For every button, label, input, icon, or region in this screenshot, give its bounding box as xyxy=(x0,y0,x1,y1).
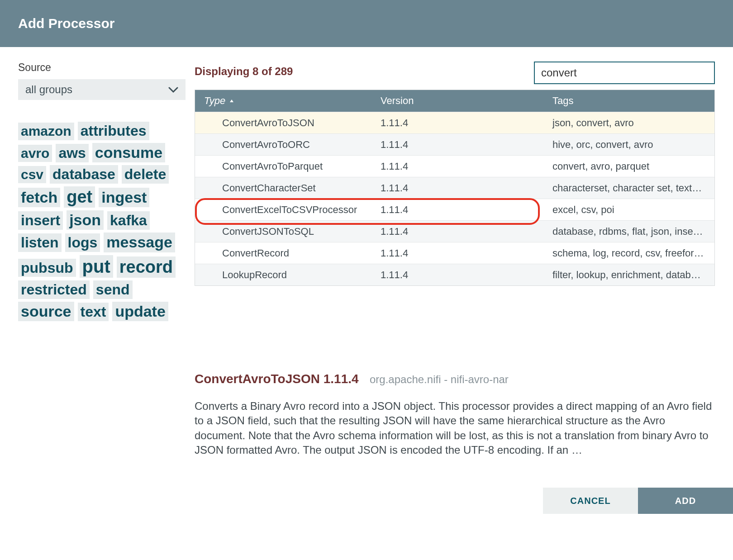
table-row[interactable]: ConvertJSONToSQL1.11.4database, rdbms, f… xyxy=(195,220,714,242)
tag-avro[interactable]: avro xyxy=(18,145,52,162)
tag-aws[interactable]: aws xyxy=(56,144,88,162)
detail-title: ConvertAvroToJSON 1.11.4 xyxy=(195,372,359,386)
table-header: Type Version Tags xyxy=(195,90,714,112)
tag-amazon[interactable]: amazon xyxy=(18,123,74,140)
cell-tags: convert, avro, parquet xyxy=(543,161,714,172)
cell-version: 1.11.4 xyxy=(371,182,543,194)
table-row[interactable]: ConvertCharacterSet1.11.4characterset, c… xyxy=(195,177,714,199)
cell-type: LookupRecord xyxy=(195,269,371,281)
tag-fetch[interactable]: fetch xyxy=(18,188,60,207)
tag-logs[interactable]: logs xyxy=(65,233,100,252)
tag-put[interactable]: put xyxy=(80,255,113,278)
tag-send[interactable]: send xyxy=(93,280,133,299)
tag-listen[interactable]: listen xyxy=(18,233,62,252)
cell-type: ConvertExcelToCSVProcessor xyxy=(195,204,371,216)
cell-tags: filter, lookup, enrichment, datab… xyxy=(543,269,714,281)
table-row[interactable]: ConvertAvroToParquet1.11.4convert, avro,… xyxy=(195,155,714,177)
column-header-type[interactable]: Type xyxy=(195,95,371,107)
tag-record[interactable]: record xyxy=(117,256,176,278)
dialog-footer: CANCEL ADD xyxy=(543,488,733,515)
cell-tags: database, rdbms, flat, json, inse… xyxy=(543,226,714,237)
tag-json[interactable]: json xyxy=(67,210,104,230)
sort-asc-icon xyxy=(229,95,234,107)
source-selected-value: all groups xyxy=(25,83,72,96)
cell-version: 1.11.4 xyxy=(371,139,543,151)
tag-attributes[interactable]: attributes xyxy=(78,122,149,140)
table-row[interactable]: ConvertRecord1.11.4schema, log, record, … xyxy=(195,242,714,264)
source-label: Source xyxy=(18,62,186,74)
cell-type: ConvertCharacterSet xyxy=(195,182,371,194)
filter-input[interactable] xyxy=(534,62,715,84)
cell-tags: characterset, character set, text… xyxy=(543,182,714,194)
tag-cloud: amazonattributesavroawsconsumecsvdatabas… xyxy=(18,122,186,321)
add-button[interactable]: ADD xyxy=(638,488,733,514)
tag-insert[interactable]: insert xyxy=(18,211,63,230)
cancel-button[interactable]: CANCEL xyxy=(543,488,638,514)
processor-table: Type Version Tags ConvertAvroToJSON1.11.… xyxy=(195,90,715,286)
cell-tags: excel, csv, poi xyxy=(543,204,714,216)
left-column: Source all groups amazonattributesavroaw… xyxy=(18,62,186,515)
cell-type: ConvertRecord xyxy=(195,247,371,259)
right-column: Displaying 8 of 289 Type Version Tags Co… xyxy=(195,62,715,515)
column-header-tags[interactable]: Tags xyxy=(543,95,714,107)
table-row[interactable]: ConvertAvroToORC1.11.4hive, orc, convert… xyxy=(195,133,714,155)
dialog-header: Add Processor xyxy=(0,0,733,47)
cell-version: 1.11.4 xyxy=(371,161,543,172)
tag-source[interactable]: source xyxy=(18,302,74,321)
filter-row: Displaying 8 of 289 xyxy=(195,62,715,84)
tag-text[interactable]: text xyxy=(78,303,109,321)
detail-description: Converts a Binary Avro record into a JSO… xyxy=(195,399,715,458)
cell-tags: json, convert, avro xyxy=(543,117,714,129)
processor-detail: ConvertAvroToJSON 1.11.4 org.apache.nifi… xyxy=(195,372,715,458)
cell-type: ConvertAvroToORC xyxy=(195,139,371,151)
cell-tags: schema, log, record, csv, freefor… xyxy=(543,247,714,259)
chevron-down-icon xyxy=(168,83,178,96)
tag-get[interactable]: get xyxy=(64,186,95,208)
cell-version: 1.11.4 xyxy=(371,226,543,237)
cell-type: ConvertJSONToSQL xyxy=(195,226,371,237)
cell-type: ConvertAvroToJSON xyxy=(195,117,371,129)
cell-version: 1.11.4 xyxy=(371,269,543,281)
displaying-count: Displaying 8 of 289 xyxy=(195,62,293,78)
table-row[interactable]: LookupRecord1.11.4filter, lookup, enrich… xyxy=(195,264,714,285)
cell-tags: hive, orc, convert, avro xyxy=(543,139,714,151)
tag-restricted[interactable]: restricted xyxy=(18,280,90,299)
tag-update[interactable]: update xyxy=(112,302,168,321)
tag-csv[interactable]: csv xyxy=(18,166,46,184)
column-header-version[interactable]: Version xyxy=(371,95,543,107)
tag-ingest[interactable]: ingest xyxy=(99,188,149,207)
dialog-body: Source all groups amazonattributesavroaw… xyxy=(0,47,733,515)
tag-message[interactable]: message xyxy=(104,233,175,252)
detail-meta: org.apache.nifi - nifi-avro-nar xyxy=(370,373,509,385)
cell-version: 1.11.4 xyxy=(371,117,543,129)
source-dropdown[interactable]: all groups xyxy=(18,79,186,100)
cell-version: 1.11.4 xyxy=(371,247,543,259)
dialog-title: Add Processor xyxy=(18,16,114,31)
cell-version: 1.11.4 xyxy=(371,204,543,216)
tag-consume[interactable]: consume xyxy=(92,143,165,162)
tag-kafka[interactable]: kafka xyxy=(107,211,150,230)
tag-database[interactable]: database xyxy=(50,165,118,184)
tag-pubsub[interactable]: pubsub xyxy=(18,259,76,277)
cell-type: ConvertAvroToParquet xyxy=(195,161,371,172)
table-row[interactable]: ConvertExcelToCSVProcessor1.11.4excel, c… xyxy=(195,199,714,220)
tag-delete[interactable]: delete xyxy=(122,165,169,184)
table-body: ConvertAvroToJSON1.11.4json, convert, av… xyxy=(195,112,714,285)
table-row[interactable]: ConvertAvroToJSON1.11.4json, convert, av… xyxy=(195,112,714,133)
